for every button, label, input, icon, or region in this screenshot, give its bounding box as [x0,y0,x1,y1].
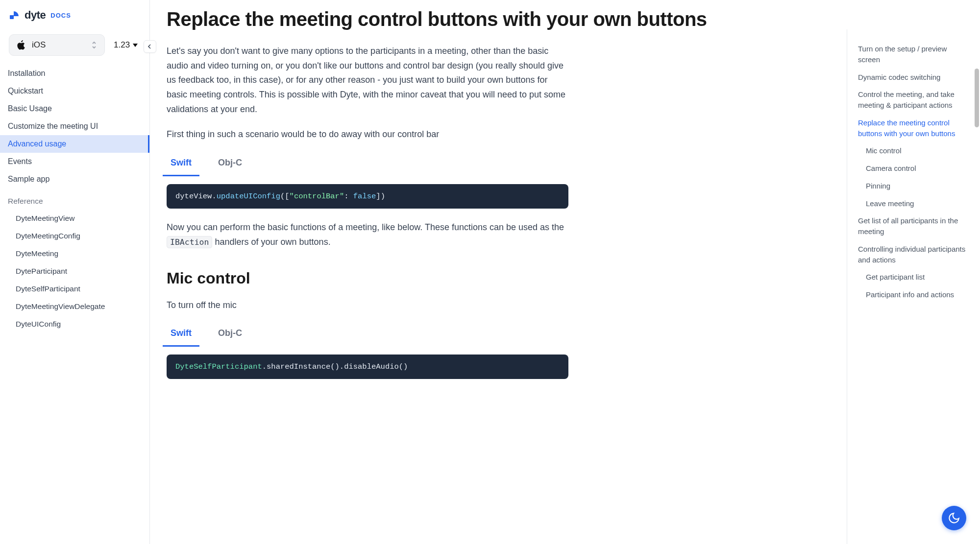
reference-section-label: Reference [0,188,149,210]
mic-paragraph: To turn off the mic [167,298,568,313]
toc-get-participants[interactable]: Get list of all participants in the meet… [858,212,970,240]
tab-swift-2[interactable]: Swift [167,323,196,346]
apple-icon [16,40,27,50]
toc-participant-info[interactable]: Participant info and actions [858,286,970,304]
tab-objc[interactable]: Obj-C [214,153,246,176]
inline-code-ibaction: IBAction [167,236,212,248]
theme-toggle-button[interactable] [942,506,966,530]
toc-get-participant-list[interactable]: Get participant list [858,268,970,286]
toc-controlling-participants[interactable]: Controlling individual participants and … [858,240,970,269]
toc-control-meeting[interactable]: Control the meeting, and take meeting & … [858,86,970,114]
nav-advanced-usage[interactable]: Advanced usage [0,135,149,153]
code-tabs-2: Swift Obj-C [167,323,830,347]
intro-paragraph-2: First thing in such a scenario would be … [167,127,568,142]
code-block-2[interactable]: DyteSelfParticipant.sharedInstance().dis… [167,355,568,379]
brand-name: dyte [24,9,46,22]
nav-basic-usage[interactable]: Basic Usage [0,100,149,118]
toc-mic-control[interactable]: Mic control [858,142,970,160]
ref-dyteselfparticipant[interactable]: DyteSelfParticipant [0,280,149,298]
code-tabs-1: Swift Obj-C [167,153,830,176]
nav-quickstart[interactable]: Quickstart [0,82,149,100]
table-of-contents: Turn on the setup / preview screen Dynam… [847,29,980,544]
paragraph-3: Now you can perform the basic functions … [167,220,568,249]
sidebar: dyte DOCS iOS 1.23 Installation [0,0,150,544]
toc-leave-meeting[interactable]: Leave meeting [858,195,970,213]
sidebar-nav: Installation Quickstart Basic Usage Cust… [0,65,149,544]
chevron-up-down-icon [91,41,98,49]
version-label: 1.23 [114,40,130,50]
chevron-left-icon [147,44,152,49]
moon-icon [948,512,960,524]
platform-label: iOS [32,40,86,50]
toc-camera-control[interactable]: Camera control [858,160,970,177]
scrollbar-thumb[interactable] [975,69,979,127]
nav-installation[interactable]: Installation [0,65,149,82]
caret-down-icon [133,44,138,47]
nav-customize-ui[interactable]: Customize the meeting UI [0,118,149,135]
sidebar-selectors: iOS 1.23 [0,26,149,65]
main: Replace the meeting control buttons with… [150,0,980,544]
toc-pinning[interactable]: Pinning [858,177,970,195]
platform-select[interactable]: iOS [9,34,105,56]
dyte-logo-icon [9,9,21,21]
tab-swift[interactable]: Swift [167,153,196,176]
intro-paragraph-1: Let's say you don't want to give many op… [167,44,568,117]
ref-dytemeetingviewdelegate[interactable]: DyteMeetingViewDelegate [0,298,149,315]
ref-dyteuiconfig[interactable]: DyteUIConfig [0,315,149,333]
tab-objc-2[interactable]: Obj-C [214,323,246,346]
brand-header[interactable]: dyte DOCS [0,0,149,26]
ref-dytemeetingview[interactable]: DyteMeetingView [0,210,149,227]
ref-dytemeeting[interactable]: DyteMeeting [0,245,149,262]
content-scroll[interactable]: Replace the meeting control buttons with… [150,0,847,544]
ref-dyteparticipant[interactable]: DyteParticipant [0,262,149,280]
code-block-1[interactable]: dyteView.updateUIConfig(["controlBar": f… [167,184,568,209]
toc-dynamic-codec[interactable]: Dynamic codec switching [858,69,970,86]
mic-control-heading: Mic control [167,269,830,287]
version-select[interactable]: 1.23 [114,40,138,50]
nav-events[interactable]: Events [0,153,149,170]
ref-dytemeetingconfig[interactable]: DyteMeetingConfig [0,227,149,245]
toc-setup-preview[interactable]: Turn on the setup / preview screen [858,40,970,69]
collapse-sidebar-button[interactable] [144,40,156,53]
toc-replace-buttons[interactable]: Replace the meeting control buttons with… [858,114,970,142]
brand-docs-label: DOCS [50,12,71,19]
page-title: Replace the meeting control buttons with… [167,7,830,31]
svg-rect-0 [10,15,14,19]
nav-sample-app[interactable]: Sample app [0,170,149,188]
